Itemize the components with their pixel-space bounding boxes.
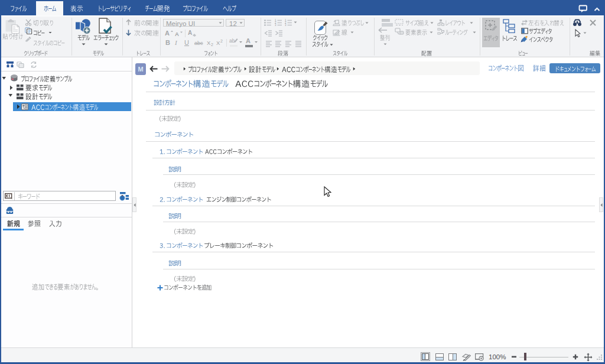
svg-text:3: 3 bbox=[275, 24, 277, 26]
svg-text:3: 3 bbox=[285, 24, 287, 26]
